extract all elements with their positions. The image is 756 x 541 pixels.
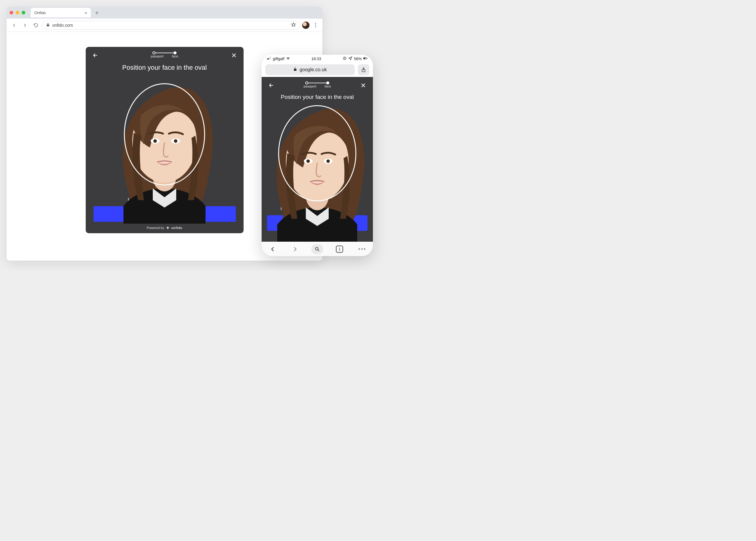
safari-more-button[interactable] [356, 243, 368, 255]
powered-brand: onfido [171, 226, 183, 230]
lock-icon [46, 23, 50, 28]
safari-url-text: google.co.uk [300, 67, 327, 72]
phone-mockup: giffgaff 18:33 56% google.co.uk [262, 55, 373, 256]
face-oval [124, 83, 205, 186]
onfido-logo-icon [166, 226, 170, 230]
safari-forward-button[interactable] [289, 243, 301, 255]
window-close-icon[interactable] [10, 11, 13, 14]
step-dot-passport [152, 51, 155, 54]
widget-back-button[interactable] [91, 51, 100, 60]
safari-url-bar[interactable]: google.co.uk [265, 64, 369, 75]
svg-point-25 [315, 248, 318, 250]
svg-rect-17 [364, 58, 365, 59]
browser-tab-strip: Onfido × ＋ [7, 7, 322, 19]
battery-icon [363, 56, 367, 61]
camera-preview [262, 100, 373, 206]
svg-point-8 [169, 228, 169, 228]
safari-toolbar: 1 [262, 242, 373, 256]
battery-pct: 56% [354, 57, 362, 61]
progress-steps: passport face [151, 53, 178, 58]
svg-point-9 [167, 226, 168, 227]
nav-forward-button[interactable] [20, 21, 29, 30]
step-label-passport: passport [151, 54, 164, 58]
widget-close-button[interactable] [359, 81, 367, 90]
safari-tabs-button[interactable]: 1 [333, 243, 346, 255]
tab-title: Onfido [34, 11, 46, 15]
svg-rect-18 [367, 58, 367, 59]
share-button[interactable] [358, 64, 369, 75]
safari-back-button[interactable] [267, 243, 279, 255]
powered-by: Powered by onfido [147, 226, 183, 230]
lock-icon [293, 67, 297, 72]
window-controls [10, 11, 25, 14]
nav-back-button[interactable] [10, 21, 19, 30]
window-minimize-icon[interactable] [16, 11, 19, 14]
onfido-widget-desktop: passport face Position your face in the … [86, 47, 244, 233]
close-tab-icon[interactable]: × [85, 10, 87, 15]
signal-icon [267, 56, 271, 61]
camera-preview [86, 72, 244, 197]
onfido-widget-mobile: passport face Position your face in the … [262, 77, 373, 242]
browser-toolbar: onfido.com [7, 19, 322, 32]
browser-menu-button[interactable] [312, 23, 319, 27]
carrier-name: giffgaff [273, 57, 284, 61]
widget-title: Position your face in the oval [86, 64, 244, 72]
window-zoom-icon[interactable] [22, 11, 25, 14]
status-time: 18:33 [311, 57, 321, 61]
step-dot-face [174, 51, 177, 54]
svg-rect-11 [267, 58, 268, 60]
svg-rect-13 [269, 57, 270, 60]
svg-rect-12 [268, 58, 269, 60]
url-text: onfido.com [52, 23, 73, 28]
progress-steps: passport face [304, 83, 331, 88]
address-bar[interactable]: onfido.com [42, 21, 300, 30]
wifi-icon [286, 56, 290, 61]
profile-avatar[interactable] [302, 21, 310, 29]
orientation-lock-icon [343, 56, 347, 61]
nav-reload-button[interactable] [31, 21, 40, 30]
face-oval [278, 105, 356, 201]
new-tab-button[interactable]: ＋ [93, 9, 100, 16]
svg-point-10 [167, 229, 168, 229]
tab-count: 1 [338, 247, 340, 251]
svg-rect-14 [270, 57, 271, 60]
svg-point-6 [167, 227, 168, 229]
safari-search-button[interactable] [311, 243, 323, 255]
step-track [154, 53, 175, 53]
step-label-passport: passport [304, 85, 316, 88]
ios-status-bar: giffgaff 18:33 56% [262, 55, 373, 63]
step-label-face: face [325, 85, 331, 88]
location-icon [348, 56, 352, 61]
phone-viewport: passport face Position your face in the … [262, 77, 373, 242]
svg-point-7 [166, 228, 167, 228]
step-label-face: face [172, 54, 178, 58]
bookmark-star-icon[interactable] [291, 22, 296, 28]
widget-close-button[interactable] [230, 51, 238, 60]
widget-back-button[interactable] [267, 81, 275, 90]
powered-prefix: Powered by [147, 226, 164, 230]
browser-tab[interactable]: Onfido × [31, 8, 91, 17]
